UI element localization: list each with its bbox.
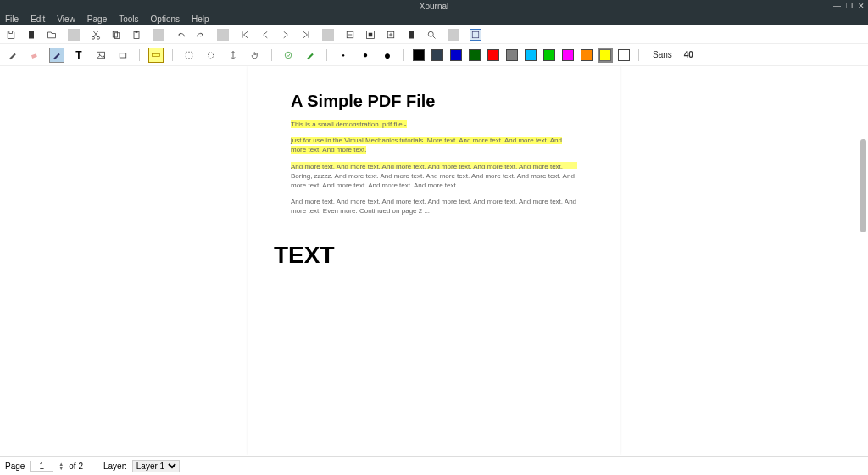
cut-icon[interactable]: [90, 29, 102, 41]
image-tool[interactable]: [93, 48, 108, 63]
first-page-icon[interactable]: [239, 29, 251, 41]
svg-point-20: [285, 52, 292, 59]
fullscreen-icon[interactable]: [470, 29, 481, 41]
default-tool-icon[interactable]: [281, 48, 296, 63]
ruler-tool[interactable]: [148, 48, 164, 63]
separator: [638, 49, 639, 61]
separator: [326, 49, 327, 61]
menu-edit[interactable]: Edit: [31, 14, 45, 24]
menu-help[interactable]: Help: [192, 14, 209, 24]
zoom-fit-icon[interactable]: [364, 29, 376, 41]
zoom-in-icon[interactable]: [385, 29, 397, 41]
shapes-tool[interactable]: [115, 48, 131, 63]
medium-thickness[interactable]: ●: [358, 48, 373, 63]
eraser-tool[interactable]: [27, 48, 42, 63]
layer-label: Layer:: [103, 461, 127, 471]
undo-icon[interactable]: [175, 29, 186, 41]
svg-rect-6: [136, 31, 138, 32]
select-rect-tool[interactable]: [181, 48, 197, 63]
close-icon[interactable]: ✕: [858, 2, 865, 10]
document-page[interactable]: A Simple PDF File This is a small demons…: [248, 66, 620, 455]
svg-rect-13: [472, 31, 479, 38]
svg-rect-17: [120, 53, 126, 57]
separator: [271, 49, 272, 61]
vertical-space-tool[interactable]: [225, 48, 241, 63]
separator: [217, 29, 229, 41]
menubar: File Edit View Page Tools Options Help: [0, 12, 868, 25]
page-label: Page: [5, 461, 25, 471]
page-total: of 2: [69, 461, 83, 471]
canvas-area[interactable]: A Simple PDF File This is a small demons…: [0, 66, 868, 455]
color-yellow[interactable]: [599, 49, 611, 61]
color-darkgray[interactable]: [431, 49, 443, 61]
app-title: Xournal: [420, 2, 448, 11]
default-pen-icon[interactable]: [303, 48, 318, 63]
pen-tool[interactable]: [5, 48, 20, 63]
color-lightblue[interactable]: [525, 49, 537, 61]
menu-view[interactable]: View: [57, 14, 75, 24]
separator: [322, 29, 334, 41]
color-blue[interactable]: [450, 49, 462, 61]
separator: [448, 29, 459, 41]
separator: [153, 29, 164, 41]
scrollbar-thumb[interactable]: [860, 139, 866, 232]
minimize-icon[interactable]: —: [833, 2, 841, 10]
svg-rect-0: [29, 31, 34, 38]
menu-page[interactable]: Page: [87, 14, 107, 24]
prev-page-icon[interactable]: [259, 29, 271, 41]
color-black[interactable]: [413, 49, 425, 61]
color-orange[interactable]: [581, 49, 593, 61]
layer-select[interactable]: Layer 1: [132, 460, 180, 472]
doc-paragraph-1: This is a small demonstration .pdf file …: [291, 120, 577, 129]
titlebar: Xournal — ❐ ✕: [0, 0, 868, 12]
svg-rect-18: [153, 53, 160, 56]
svg-rect-19: [186, 52, 192, 59]
hand-tool[interactable]: [248, 48, 263, 63]
zoom-out-icon[interactable]: [344, 29, 356, 41]
paste-icon[interactable]: [131, 29, 142, 41]
open-icon[interactable]: [46, 29, 58, 41]
font-size-label[interactable]: 40: [684, 50, 693, 59]
color-magenta[interactable]: [562, 49, 574, 61]
doc-paragraph-3: And more text. And more text. And more t…: [291, 162, 577, 191]
separator: [172, 49, 173, 61]
text-tool[interactable]: T: [71, 48, 86, 63]
statusbar: Page ▲▼ of 2 Layer: Layer 1: [0, 456, 868, 475]
svg-rect-9: [369, 32, 373, 36]
svg-point-12: [428, 31, 433, 36]
fine-thickness[interactable]: ●: [336, 48, 351, 63]
last-page-icon[interactable]: [300, 29, 312, 41]
color-gray[interactable]: [506, 49, 518, 61]
maximize-icon[interactable]: ❐: [846, 2, 853, 10]
color-darkgreen[interactable]: [469, 49, 481, 61]
menu-tools[interactable]: Tools: [119, 14, 138, 24]
separator: [139, 49, 140, 61]
next-page-icon[interactable]: [280, 29, 292, 41]
thick-thickness[interactable]: ●: [380, 48, 395, 63]
text-annotation[interactable]: TEXT: [274, 242, 577, 269]
color-green[interactable]: [543, 49, 555, 61]
page-spinner[interactable]: ▲▼: [58, 462, 64, 471]
page-number-input[interactable]: [30, 461, 53, 472]
menu-file[interactable]: File: [5, 14, 19, 24]
highlighter-tool[interactable]: [49, 48, 64, 63]
font-family-label[interactable]: Sans: [653, 50, 672, 59]
save-icon[interactable]: [5, 29, 17, 41]
color-white[interactable]: [618, 49, 630, 61]
separator: [68, 29, 80, 41]
svg-rect-11: [409, 31, 414, 38]
color-red[interactable]: [487, 49, 499, 61]
doc-paragraph-4: And more text. And more text. And more t…: [291, 197, 577, 215]
svg-rect-14: [31, 53, 37, 59]
menu-options[interactable]: Options: [151, 14, 180, 24]
doc-paragraph-2: just for use in the Virtual Mechanics tu…: [291, 136, 577, 154]
tool-toolbar: T ● ● ● Sans 40: [0, 44, 868, 66]
select-region-tool[interactable]: [203, 48, 219, 63]
separator: [403, 49, 404, 61]
zoom-page-icon[interactable]: [405, 29, 417, 41]
magnify-icon[interactable]: [426, 29, 437, 41]
doc-title: A Simple PDF File: [291, 92, 577, 111]
redo-icon[interactable]: [195, 29, 207, 41]
new-icon[interactable]: [25, 29, 37, 41]
copy-icon[interactable]: [110, 29, 122, 41]
